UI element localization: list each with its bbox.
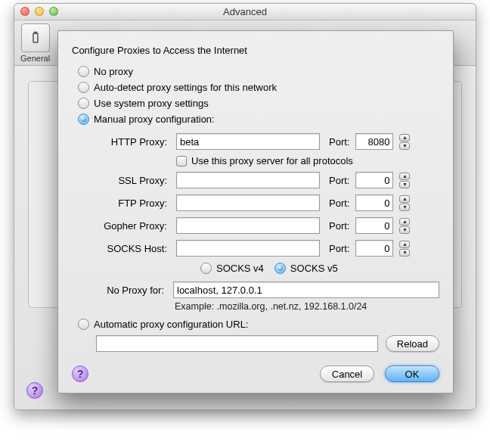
toolbar-general-label: General [20,54,50,63]
option-manual[interactable]: Manual proxy configuration: [72,111,439,127]
ftp-proxy-input[interactable] [176,194,320,211]
ok-button[interactable]: OK [385,366,439,382]
radio-icon [200,263,212,274]
chevron-down-icon[interactable]: ▼ [399,204,410,211]
window-controls [20,7,58,16]
radio-icon [274,263,286,274]
manual-proxy-form: HTTP Proxy: Port: ▲ ▼ Use this proxy ser… [72,130,439,277]
no-proxy-for-label: No Proxy for: [72,285,169,296]
reload-button[interactable]: Reload [386,335,439,352]
socks-v4-label: SOCKS v4 [216,263,264,274]
socks-v5-option[interactable]: SOCKS v5 [274,263,338,274]
ftp-port-stepper[interactable]: ▲ ▼ [399,195,410,211]
option-manual-label: Manual proxy configuration: [94,114,215,125]
port-label: Port: [324,175,351,186]
chevron-up-icon[interactable]: ▲ [399,241,410,248]
sheet-heading: Configure Proxies to Access the Internet [72,45,439,56]
gopher-port-input[interactable] [355,217,393,234]
http-proxy-input[interactable] [176,133,320,150]
option-no-proxy-label: No proxy [94,66,133,77]
cancel-button[interactable]: Cancel [320,366,374,382]
checkbox-icon [176,156,187,166]
radio-icon [78,319,89,330]
radio-icon [78,114,89,125]
chevron-up-icon[interactable]: ▲ [399,218,410,226]
ftp-proxy-row: FTP Proxy: Port: ▲ ▼ [96,191,439,214]
socks-v4-option[interactable]: SOCKS v4 [200,263,264,274]
sheet-footer: ? Cancel OK [72,359,439,382]
option-auto-detect-label: Auto-detect proxy settings for this netw… [94,82,277,93]
ssl-proxy-row: SSL Proxy: Port: ▲ ▼ [96,169,439,191]
zoom-icon[interactable] [49,7,58,16]
chevron-up-icon[interactable]: ▲ [399,195,410,203]
svg-rect-0 [33,33,38,42]
no-proxy-for-example: Example: .mozilla.org, .net.nz, 192.168.… [72,298,439,316]
option-no-proxy[interactable]: No proxy [72,64,439,79]
help-icon[interactable]: ? [72,366,88,382]
gear-icon [21,23,50,52]
proxy-settings-sheet: Configure Proxies to Access the Internet… [57,30,454,394]
gopher-proxy-input[interactable] [176,217,320,234]
help-icon[interactable]: ? [26,382,43,399]
option-auto-url-label: Automatic proxy configuration URL: [94,319,248,330]
gopher-port-stepper[interactable]: ▲ ▼ [399,218,410,234]
gopher-proxy-label: Gopher Proxy: [96,220,172,232]
close-icon[interactable] [20,7,29,16]
socks-host-label: SOCKS Host: [96,243,172,254]
share-proxy-label: Use this proxy server for all protocols [191,155,353,166]
chevron-down-icon[interactable]: ▼ [399,181,410,188]
ssl-port-input[interactable] [355,172,393,188]
option-auto-url[interactable]: Automatic proxy configuration URL: [72,316,439,332]
ssl-port-stepper[interactable]: ▲ ▼ [399,173,410,188]
ssl-proxy-label: SSL Proxy: [96,175,172,186]
auto-url-row: Reload [72,332,439,359]
port-label: Port: [324,243,351,254]
minimize-icon[interactable] [35,7,44,16]
option-use-system-label: Use system proxy settings [94,98,209,109]
port-label: Port: [324,136,351,148]
no-proxy-for-input[interactable] [173,282,439,298]
socks-port-stepper[interactable]: ▲ ▼ [399,241,410,257]
http-port-stepper[interactable]: ▲ ▼ [399,134,410,150]
auto-url-input[interactable] [96,335,378,352]
socks-port-input[interactable] [355,240,393,257]
port-label: Port: [324,198,351,209]
bg-window-title: Advanced [223,6,267,17]
chevron-up-icon[interactable]: ▲ [399,173,410,180]
socks-host-row: SOCKS Host: Port: ▲ ▼ [96,237,439,260]
socks-version-row: SOCKS v4 SOCKS v5 [96,260,439,277]
radio-icon [78,98,89,109]
gopher-proxy-row: Gopher Proxy: Port: ▲ ▼ [96,214,439,237]
chevron-down-icon[interactable]: ▼ [399,249,410,257]
chevron-up-icon[interactable]: ▲ [399,134,410,142]
http-proxy-row: HTTP Proxy: Port: ▲ ▼ [96,130,439,153]
port-label: Port: [324,220,351,232]
chevron-down-icon[interactable]: ▼ [399,142,410,150]
socks-v5-label: SOCKS v5 [290,263,338,274]
svg-rect-1 [34,32,36,33]
ftp-proxy-label: FTP Proxy: [96,198,172,209]
bg-titlebar: Advanced [14,4,476,20]
chevron-down-icon[interactable]: ▼ [399,226,410,234]
radio-icon [78,66,89,77]
radio-icon [78,82,89,93]
http-proxy-label: HTTP Proxy: [96,136,172,148]
socks-host-input[interactable] [176,240,320,257]
ftp-port-input[interactable] [355,194,393,211]
share-proxy-checkbox-row[interactable]: Use this proxy server for all protocols [96,153,439,169]
no-proxy-for-row: No Proxy for: [72,277,439,298]
option-auto-detect[interactable]: Auto-detect proxy settings for this netw… [72,79,439,95]
option-use-system[interactable]: Use system proxy settings [72,95,439,111]
ssl-proxy-input[interactable] [176,172,320,188]
http-port-input[interactable] [355,133,393,150]
toolbar-general-button[interactable]: General [20,23,50,63]
